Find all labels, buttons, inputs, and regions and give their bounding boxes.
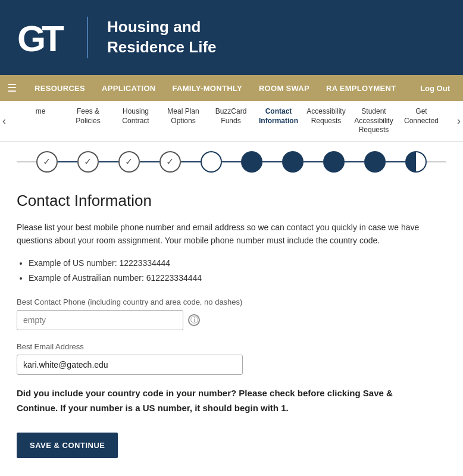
phone-field-group: Best Contact Phone (including country an… [17, 298, 446, 330]
header: G T Housing and Residence Life [0, 0, 463, 75]
steps-scroll-left-button[interactable]: ‹ [2, 115, 6, 127]
step-meal[interactable]: Meal Plan Options [159, 101, 207, 141]
email-label: Best Email Address [17, 342, 446, 351]
logo-container: G T Housing and Residence Life [14, 11, 217, 64]
connector-10 [427, 161, 446, 162]
nav-item-ra-employment[interactable]: RA EMPLOYMENT [318, 77, 405, 100]
connector-1 [58, 161, 77, 162]
progress-row: ✓ ✓ ✓ ✓ [0, 142, 463, 177]
connector-8 [345, 161, 364, 162]
step-contact[interactable]: Contact Information [255, 101, 302, 141]
step-fees[interactable]: Fees & Policies [64, 101, 112, 141]
nav-item-resources[interactable]: RESOURCES [26, 77, 93, 100]
warning-text: Did you include your country code in you… [17, 386, 433, 416]
nav-item-room-swap[interactable]: ROOM SWAP [251, 77, 318, 100]
svg-text:T: T [42, 18, 64, 59]
nav-item-application[interactable]: APPLICATION [93, 77, 164, 100]
progress-circle-2[interactable]: ✓ [77, 151, 99, 173]
step-me[interactable]: me [17, 101, 64, 141]
main-content: Contact Information Please list your bes… [0, 177, 463, 472]
connector-0 [17, 161, 36, 162]
step-app-summary[interactable]: Application Summary [445, 101, 446, 141]
header-title: Housing and Residence Life [107, 17, 217, 58]
page-title: Contact Information [17, 192, 446, 210]
progress-circle-9[interactable] [364, 151, 386, 173]
phone-info-icon[interactable]: ⓘ [188, 314, 200, 326]
email-field-group: Best Email Address [17, 342, 446, 375]
logout-button[interactable]: Log Out [412, 77, 458, 100]
nav-items: RESOURCES APPLICATION FAMILY-MONTHLY ROO… [26, 77, 412, 100]
progress-circle-8[interactable] [323, 151, 345, 173]
example-au: Example of Austrailian number: 612223334… [29, 271, 446, 286]
connector-7 [304, 161, 323, 162]
connector-2 [99, 161, 118, 162]
step-housing[interactable]: Housing Contract [112, 101, 159, 141]
progress-circle-5-current[interactable] [201, 151, 222, 173]
header-divider [87, 17, 88, 58]
step-get-connected[interactable]: Get Connected [398, 101, 445, 141]
examples-list: Example of US number: 12223334444 Exampl… [29, 256, 446, 286]
progress-circle-4[interactable]: ✓ [159, 151, 181, 173]
connector-6 [262, 161, 282, 162]
connector-5 [222, 161, 242, 162]
example-us: Example of US number: 12223334444 [29, 256, 446, 271]
step-accessibility[interactable]: Accessibility Requests [302, 101, 350, 141]
progress-circle-7[interactable] [282, 151, 304, 173]
connector-3 [140, 161, 159, 162]
nav-item-family-monthly[interactable]: FAMILY-MONTHLY [164, 77, 251, 100]
step-buzzcard[interactable]: BuzzCard Funds [207, 101, 255, 141]
hamburger-icon[interactable]: ☰ [5, 77, 19, 99]
phone-field-row: ⓘ [17, 310, 446, 330]
connector-4 [181, 161, 201, 162]
steps-scroll-right-button[interactable]: › [457, 115, 461, 127]
steps-list: me Fees & Policies Housing Contract Meal… [17, 101, 446, 141]
progress-circle-3[interactable]: ✓ [118, 151, 140, 173]
progress-circle-6[interactable] [241, 151, 262, 173]
nav-bar: ☰ RESOURCES APPLICATION FAMILY-MONTHLY R… [0, 75, 463, 101]
gt-logo-icon: G T [14, 11, 68, 64]
email-input[interactable] [17, 355, 243, 375]
description-text: Please list your best mobile phone numbe… [17, 221, 446, 248]
phone-label: Best Contact Phone (including country an… [17, 298, 446, 306]
progress-circle-10[interactable] [405, 151, 427, 173]
steps-container: ‹ me Fees & Policies Housing Contract Me… [0, 101, 463, 142]
connector-9 [386, 161, 405, 162]
save-continue-button[interactable]: SAVE & CONTINUE [17, 433, 118, 458]
phone-input[interactable] [17, 310, 183, 330]
step-student-accessibility[interactable]: Student Accessibility Requests [350, 101, 398, 141]
progress-circle-1[interactable]: ✓ [36, 151, 58, 173]
